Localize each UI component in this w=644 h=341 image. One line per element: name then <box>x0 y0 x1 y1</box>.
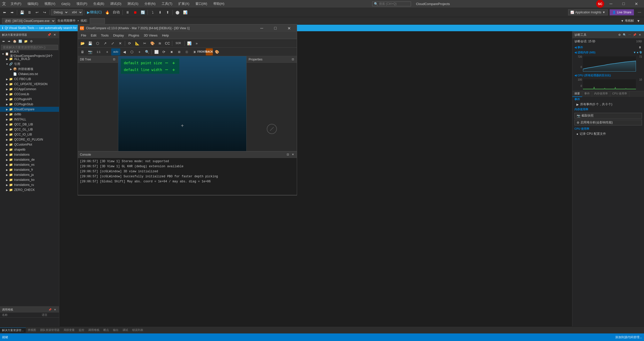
memory-summary-header[interactable]: 内存使用率 <box>572 107 644 112</box>
menu-view[interactable]: 视图(V) <box>43 1 57 7</box>
qcc-db-expand-icon[interactable]: ▶ <box>5 123 9 126</box>
maximize-button[interactable]: □ <box>618 0 629 8</box>
tree-node-all-build[interactable]: ▶ 📁 ALL_BUILD <box>0 56 59 61</box>
minimize-button[interactable]: ─ <box>605 0 617 8</box>
hot-reload-btn[interactable]: 🔥 <box>104 9 111 16</box>
translations-expand-icon[interactable]: ▶ <box>5 153 9 156</box>
cc-rotate-btn[interactable]: ⟳ <box>160 48 167 55</box>
solution-expand-icon[interactable]: ▼ <box>1 53 5 55</box>
cc-normal-btn[interactable]: ≋ <box>156 40 163 47</box>
cc-select-btn[interactable]: ↗ <box>102 40 109 47</box>
tab-breakpoints[interactable]: 断点 <box>101 328 111 332</box>
app-insights-dropdown-icon[interactable]: ▼ <box>602 11 605 14</box>
cpu-summary-header[interactable]: CPU 使用率 <box>572 126 644 131</box>
expand-right-btn[interactable]: ⋯ <box>636 9 643 16</box>
sidebar-forward-btn[interactable]: ➡ <box>7 39 12 44</box>
capture-snapshot-btn[interactable]: 📷 截取快照 <box>574 113 642 119</box>
tree-node-ccpluginstub[interactable]: ▶ 📁 CCPluginStub <box>0 102 59 107</box>
line-width-increase-btn[interactable]: + <box>171 67 176 72</box>
cc-screenshot-btn[interactable]: 📷 <box>86 48 94 55</box>
sidebar-close-btn[interactable]: ✕ <box>52 32 57 37</box>
cc-more-btn[interactable]: » <box>193 40 200 47</box>
sidebar-search[interactable] <box>0 44 59 50</box>
cc-menu-file[interactable]: File <box>79 33 88 38</box>
tree-node-qcustomplot[interactable]: ▶ 📁 QCustomPlot <box>0 142 59 147</box>
dxflib-expand-icon[interactable]: ▶ <box>5 113 9 116</box>
global-search-box[interactable]: 🔍 <box>372 2 411 6</box>
tree-node-ccapp[interactable]: ▶ 📁 CCAppCommon <box>0 87 59 92</box>
menu-window[interactable]: 窗口(W) <box>194 1 209 7</box>
menu-extensions[interactable]: 扩展(X) <box>177 1 191 7</box>
cc-segment-btn[interactable]: ✂ <box>141 40 148 47</box>
cc-plus-btn[interactable]: + <box>104 48 111 55</box>
tree-node-qcc-db[interactable]: ▶ 📁 QCC_DB_LIB <box>0 122 59 127</box>
cc-ratio-btn[interactable]: 1:1 <box>94 48 103 55</box>
cloudcompare-expand-icon[interactable]: ▶ <box>5 108 9 111</box>
tree-node-external-deps[interactable]: ▶ 📦 外部依赖项 <box>0 66 59 72</box>
qcc-gl-expand-icon[interactable]: ▶ <box>5 128 9 131</box>
cc-menu-display[interactable]: Display <box>111 33 126 38</box>
pause-btn[interactable]: ⏸ <box>124 9 131 16</box>
cc-close-btn[interactable]: ✕ <box>283 24 295 32</box>
cccore-expand-icon[interactable]: ▶ <box>5 93 9 96</box>
cc-menu-tools[interactable]: Tools <box>99 33 110 38</box>
restart-btn[interactable]: 🔄 <box>139 9 146 16</box>
cc-sor-btn[interactable]: SOR <box>173 40 183 47</box>
menu-git[interactable]: Git(G) <box>60 2 72 6</box>
app-insights-button[interactable]: 📈 Application Insights ▼ <box>568 9 607 15</box>
cc-minimize-btn[interactable]: ─ <box>256 24 268 32</box>
menu-analyze[interactable]: 分析(N) <box>143 1 157 7</box>
tree-node-install[interactable]: ▶ 📁 INSTALL <box>0 117 59 122</box>
sidebar-new-solution-btn[interactable]: 📁 <box>23 39 28 44</box>
breakpoint-btn[interactable]: ⬤ <box>174 9 181 16</box>
cc-color2-btn[interactable]: 🎨 <box>213 48 220 55</box>
cc-3d-view-btn[interactable]: ⬜ <box>153 48 160 55</box>
live-share-button[interactable]: 👤 Live Share <box>610 9 634 15</box>
save-btn[interactable]: 💾 <box>18 9 25 16</box>
tree-node-translations[interactable]: ▶ 📁 translations <box>0 152 59 157</box>
ccpluginapi-expand-icon[interactable]: ▶ <box>5 98 9 101</box>
events-summary-header[interactable]: 事件 <box>572 97 644 102</box>
point-size-decrease-btn[interactable]: ─ <box>164 60 169 65</box>
call-stack-pin[interactable]: 📌 <box>48 308 52 312</box>
undo-nav-back[interactable]: ⬅ <box>1 9 8 16</box>
translations-de-expand-icon[interactable]: ▶ <box>5 158 9 161</box>
menu-project[interactable]: 项目(P) <box>75 1 89 7</box>
tree-node-qcc-gl[interactable]: ▶ 📁 QCC_GL_LIB <box>0 127 59 132</box>
diag-pin-icon[interactable]: 📌 <box>632 32 637 37</box>
zero-check-expand-icon[interactable]: ▶ <box>5 189 9 191</box>
user-avatar[interactable]: SC <box>596 0 604 8</box>
cc-fbo-expand-icon[interactable]: ▶ <box>5 78 9 81</box>
tab-class-view[interactable]: 类视图 <box>26 328 38 332</box>
continue-btn[interactable]: ▶ 继续(C) <box>85 9 103 16</box>
tab-events[interactable]: 事件 <box>582 91 592 97</box>
cc-auto-btn[interactable]: auto <box>111 48 120 55</box>
tree-node-cmake[interactable]: 📄 CMakeLists.txt <box>0 72 59 77</box>
qcore-expand-icon[interactable]: ▶ <box>5 138 9 141</box>
platform-dropdown[interactable]: x64 <box>69 9 83 15</box>
cc-back-btn[interactable]: BACK <box>206 48 213 55</box>
tree-node-引用[interactable]: ▼ 🔗 引用 <box>0 61 59 66</box>
tree-node-translations-ja[interactable]: ▶ 📁 translations_ja <box>0 172 59 177</box>
tab-error-list[interactable]: 错误列表 <box>130 328 145 332</box>
redo-nav-forward[interactable]: ➡ <box>9 9 16 16</box>
tree-node-cc-fbo[interactable]: ▶ 📁 CC FBO LIB <box>0 77 59 82</box>
cc-filter-btn[interactable]: ⟳ <box>126 40 133 47</box>
cc-transform-btn[interactable]: ⤢ <box>109 40 116 47</box>
ccpluginstub-expand-icon[interactable]: ▶ <box>5 103 9 106</box>
tab-output[interactable]: 输出 <box>111 328 121 332</box>
stack-dropdown[interactable]: ▼ <box>635 17 642 24</box>
cc-menu-edit[interactable]: Edit <box>89 33 98 38</box>
diag-close-icon[interactable]: ✕ <box>637 32 642 37</box>
translations-ja-expand-icon[interactable]: ▶ <box>5 174 9 176</box>
props-maximize-btn[interactable]: ⊡ <box>291 57 295 61</box>
install-expand-icon[interactable]: ▶ <box>5 118 9 121</box>
tree-node-zero-check[interactable]: ▶ 📁 ZERO_CHECK <box>0 187 59 192</box>
ref-expand-icon[interactable]: ▼ <box>5 63 9 65</box>
cc-scalar-btn[interactable]: CC <box>164 40 171 47</box>
tree-node-translations-ko[interactable]: ▶ 📁 translations_ko <box>0 177 59 182</box>
translations-es-expand-icon[interactable]: ▶ <box>5 163 9 166</box>
step-over-btn[interactable]: ⤵ <box>149 9 156 16</box>
tree-node-cc-update[interactable]: ▶ 📁 CC_UPDATE_VERSION <box>0 82 59 87</box>
save-all-btn[interactable]: 🗎 <box>26 9 33 16</box>
